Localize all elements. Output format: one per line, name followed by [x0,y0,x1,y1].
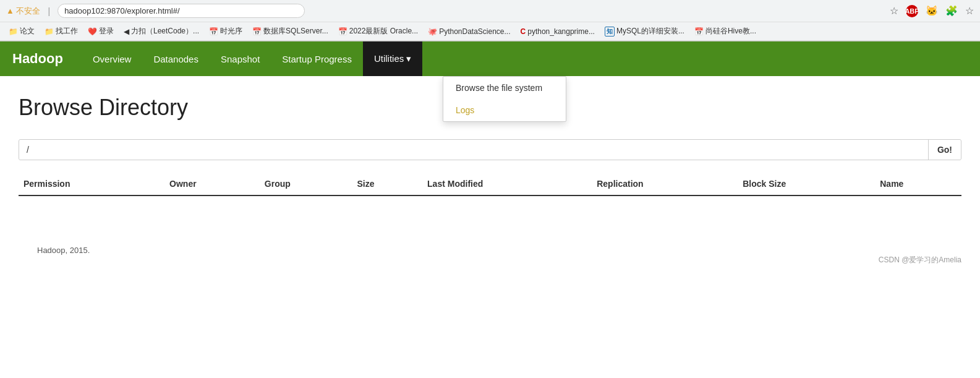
cal-icon-2: 📅 [252,27,262,36]
dropdown-logs[interactable]: Logs [443,99,566,121]
bookmark-oracle[interactable]: 📅 2022最新版 Oracle... [334,25,422,38]
zhi-icon: 知 [605,27,615,37]
nav-items: Overview Datanodes Snapshot Startup Prog… [82,41,423,76]
col-block-size: Block Size [738,173,875,195]
copyright: Hadoop, 2015. [37,246,90,255]
extensions-icon[interactable]: 🧩 [945,5,958,17]
col-last-modified: Last Modified [422,173,592,195]
bookmark-lunwen[interactable]: 📁 论文 [5,25,38,38]
address-bar: ▲ 不安全 | hadoop102:9870/explorer.html#/ ☆… [0,0,980,22]
go-button[interactable]: Go! [928,140,961,160]
table-header: Permission Owner Group Size Last Modifie… [19,173,961,195]
star-icon[interactable]: ☆ [890,5,898,17]
c-icon: C [521,27,526,36]
browser-chrome: ▲ 不安全 | hadoop102:9870/explorer.html#/ ☆… [0,0,980,41]
bookmark-python-ds[interactable]: 🐙 PythonDataScience... [424,26,514,37]
nav-utilities[interactable]: Utilities ▾ [363,41,423,76]
main-nav: Hadoop Overview Datanodes Snapshot Start… [0,41,980,76]
col-name: Name [875,173,961,195]
cal-icon: 📅 [209,27,218,36]
col-owner: Owner [164,173,260,195]
folder-icon: 📁 [9,27,18,36]
bookmark-shiguang[interactable]: 📅 时光序 [205,25,246,38]
url-input[interactable]: hadoop102:9870/explorer.html#/ [58,4,305,18]
dropdown-browse-filesystem[interactable]: Browse the file system [443,77,566,99]
browser-icons: ☆ ABP 🐱 🧩 ☆ [890,5,974,17]
bookmark-hive[interactable]: 📅 尚硅谷Hive教... [691,25,760,38]
nav-datanodes[interactable]: Datanodes [142,41,210,76]
bookmarks-bar: 📁 论文 📁 找工作 ❤️ 登录 ◀ 力扣（LeetCode）... 📅 时光序… [0,22,980,41]
github-icon: 🐙 [428,27,437,36]
menu-icon[interactable]: ☆ [965,5,974,17]
nav-overview[interactable]: Overview [82,41,143,76]
directory-table: Permission Owner Group Size Last Modifie… [19,173,961,196]
folder-icon-2: 📁 [45,27,54,36]
bookmark-sql[interactable]: 📅 数据库SQLServer... [249,25,332,38]
abp-icon[interactable]: ABP [906,5,918,17]
path-bar: Go! [19,139,961,160]
back-icon: ◀ [124,27,129,36]
bookmark-python-kang[interactable]: C python_kangprime... [517,26,599,37]
utilities-dropdown: Browse the file system Logs [443,76,566,122]
nav-snapshot[interactable]: Snapshot [210,41,271,76]
path-input[interactable] [19,140,928,160]
hadoop-logo: Hadoop [12,51,63,67]
col-group: Group [260,173,352,195]
col-replication: Replication [592,173,738,195]
footer-credit: CSDN @爱学习的Amelia [19,255,961,265]
col-permission: Permission [19,173,164,195]
nav-startup-progress[interactable]: Startup Progress [271,41,363,76]
bookmark-zhaozu[interactable]: 📁 找工作 [41,25,82,38]
bookmark-leetcode[interactable]: ◀ 力扣（LeetCode）... [120,25,203,38]
cal-icon-4: 📅 [694,27,704,36]
bookmark-mysql[interactable]: 知 MySQL的详细安装... [601,25,688,38]
heart-icon: ❤️ [88,27,97,36]
bookmark-login[interactable]: ❤️ 登录 [84,25,117,38]
col-size: Size [352,173,422,195]
security-warning-icon: ▲ 不安全 [6,6,40,17]
profile-icon[interactable]: 🐱 [926,5,938,17]
cal-icon-3: 📅 [338,27,347,36]
